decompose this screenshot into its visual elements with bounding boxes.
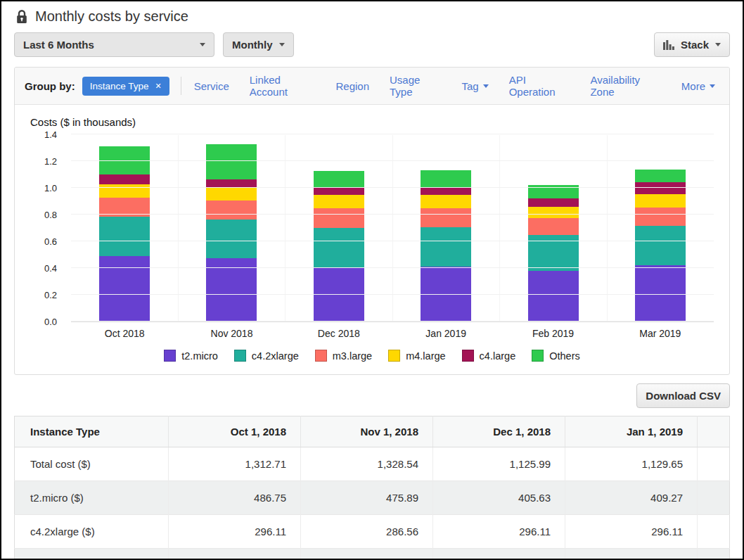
bar-segment-c4.2xlarge[interactable] [99,217,150,256]
chevron-down-icon [279,43,285,46]
row-label: t2.micro ($) [15,481,169,515]
group-by-link-availability-zone[interactable]: Availability Zone [590,74,660,98]
cell-empty [698,447,730,481]
group-by-link-more[interactable]: More [681,80,715,92]
legend-item-t2.micro[interactable]: t2.micro [164,350,218,362]
table-column-header[interactable]: Dec 1, 2018 [433,416,565,447]
chart-style-dropdown[interactable]: Stack [654,32,730,57]
legend-item-c4.large[interactable]: c4.large [462,350,516,362]
granularity-dropdown[interactable]: Monthly [223,32,294,57]
cell-value: 296.11 [169,515,301,549]
report-header: Monthly costs by service [1,1,743,27]
bar-segment-m4.large[interactable] [421,195,471,208]
gridline [71,160,714,161]
bar-segment-c4.large[interactable] [635,182,686,194]
bar-segment-Others[interactable] [421,170,471,186]
bar-segment-c4.2xlarge[interactable] [635,226,686,265]
bar-segment-Others[interactable] [635,170,686,182]
group-by-link-usage-type[interactable]: Usage Type [390,74,441,98]
divider [181,77,181,95]
bar-segment-c4.large[interactable] [314,187,364,195]
table-row: c4.2xlarge ($)296.11286.56296.11296.11 [15,515,730,549]
stacked-bar-nov-2018[interactable] [206,144,257,322]
bar-segment-m3.large[interactable] [206,201,257,219]
y-tick-label: 0.2 [44,290,57,300]
y-axis-labels: 0.00.20.40.60.81.01.21.4 [29,135,64,322]
bar-segment-c4.2xlarge[interactable] [206,219,257,258]
legend-item-Others[interactable]: Others [532,350,580,362]
legend-swatch [315,350,327,362]
legend-swatch [388,350,400,362]
cell-value: 486.75 [169,481,301,515]
row-label: Total cost ($) [15,447,169,481]
table-column-header[interactable]: Jan 1, 2019 [565,416,698,447]
bar-segment-m4.large[interactable] [206,188,257,201]
x-tick-label: Mar 2019 [607,328,714,339]
bar-segment-m4.large[interactable] [635,194,686,208]
bar-segment-t2.micro[interactable] [528,271,579,322]
stacked-bar-jan-2019[interactable] [421,170,471,322]
bar-segment-m3.large[interactable] [421,208,471,228]
gridline [71,241,714,241]
legend-label: c4.2xlarge [252,350,299,362]
group-by-link-linked-account[interactable]: Linked Account [250,74,316,98]
stacked-bar-oct-2018[interactable] [99,146,150,322]
table-row: Total cost ($)1,312.711,328.541,125.991,… [15,447,730,481]
group-by-link-label: API Operation [509,74,570,98]
group-by-label: Group by: [25,80,75,92]
cell-empty [301,549,433,560]
table-column-header[interactable]: Nov 1, 2018 [301,416,433,447]
bar-segment-c4.large[interactable] [99,174,150,184]
bar-segment-m3.large[interactable] [314,208,364,228]
bar-segment-Others[interactable] [314,171,364,187]
close-icon[interactable]: ✕ [155,82,161,90]
bar-segment-c4.2xlarge[interactable] [314,228,364,267]
y-tick-label: 0.0 [44,317,57,327]
y-tick-label: 1.0 [44,183,57,193]
plot-area: 0.00.20.40.60.81.01.21.4 [71,135,714,322]
x-axis-labels: Oct 2018Nov 2018Dec 2018Jan 2019Feb 2019… [71,328,714,339]
cell-empty [698,481,730,515]
gridline [71,214,714,215]
bar-segment-m3.large[interactable] [528,218,579,236]
gridline [71,134,714,134]
stacked-bar-feb-2019[interactable] [528,185,579,322]
table-row: t2.micro ($)486.75475.89405.63409.27 [15,481,730,515]
table-column-header[interactable]: Oct 1, 2018 [169,416,301,447]
active-filter-chip[interactable]: Instance Type ✕ [82,77,169,96]
group-by-link-label: Service [194,80,229,92]
group-by-link-service[interactable]: Service [194,80,229,92]
bar-segment-Others[interactable] [206,144,257,179]
chart-legend: t2.microc4.2xlargem3.largem4.largec4.lar… [29,350,715,362]
chevron-down-icon [715,43,721,46]
group-by-link-api-operation[interactable]: API Operation [509,74,570,98]
group-by-link-region[interactable]: Region [335,80,369,92]
active-filter-label: Instance Type [90,81,149,91]
bar-segment-m4.large[interactable] [99,184,150,198]
bar-segment-m3.large[interactable] [635,208,686,226]
group-by-link-tag[interactable]: Tag [461,80,488,92]
legend-item-m4.large[interactable]: m4.large [388,350,445,362]
legend-swatch [164,350,176,362]
legend-label: m4.large [406,350,445,362]
bar-segment-m4.large[interactable] [314,195,364,208]
group-by-bar: Group by: Instance Type ✕ ServiceLinked … [15,68,729,105]
bar-segment-c4.large[interactable] [528,198,579,206]
bar-segment-t2.micro[interactable] [99,256,150,322]
table-column-header[interactable]: Instance Type [15,416,169,447]
cell-value: 296.11 [565,515,698,549]
bar-segment-c4.large[interactable] [421,187,471,195]
lock-icon [15,9,28,24]
bar-segment-c4.2xlarge[interactable] [421,227,471,267]
date-range-dropdown[interactable]: Last 6 Months [14,32,214,57]
gridline [71,321,714,322]
cell-value: 286.56 [301,515,433,549]
stacked-bar-dec-2018[interactable] [314,171,364,322]
date-range-label: Last 6 Months [23,39,94,51]
legend-item-m3.large[interactable]: m3.large [315,350,372,362]
legend-item-c4.2xlarge[interactable]: c4.2xlarge [234,350,299,362]
download-csv-button[interactable]: Download CSV [636,383,730,408]
bar-segment-m4.large[interactable] [528,207,579,218]
group-by-links: ServiceLinked AccountRegionUsage TypeTag… [194,74,719,98]
stacked-bar-mar-2019[interactable] [635,170,686,322]
